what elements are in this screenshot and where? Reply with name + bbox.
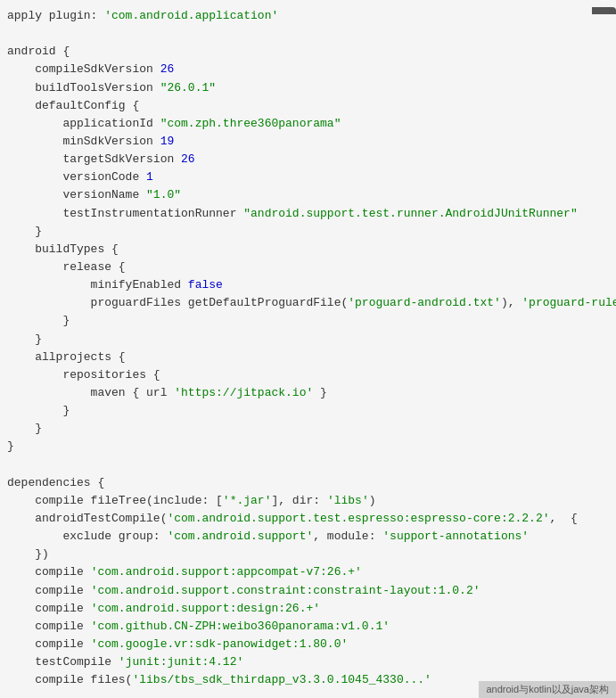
code-line: repositories {	[7, 366, 616, 384]
code-line: release {	[7, 259, 616, 276]
watermark: android与kotlin以及java架构	[479, 681, 616, 698]
code-line: maven { url 'https://jitpack.io' }	[7, 384, 616, 402]
code-line: minifyEnabled false	[7, 276, 616, 294]
code-line: targetSdkVersion 26	[7, 151, 616, 168]
code-line: defaultConfig {	[7, 97, 616, 115]
code-line: compile 'com.android.support:design:26.+…	[7, 600, 616, 618]
code-line: buildTypes {	[7, 241, 616, 259]
code-line: testInstrumentationRunner "android.suppo…	[7, 205, 616, 223]
code-line: compile 'com.android.support:appcompat-v…	[7, 563, 616, 581]
code-line: compile fileTree(include: ['*.jar'], dir…	[7, 492, 616, 510]
code-line: buildToolsVersion "26.0.1"	[7, 79, 616, 97]
code-line: }	[7, 223, 616, 241]
code-line: }	[7, 438, 616, 456]
code-line: applicationId "com.zph.three360panorama"	[7, 115, 616, 133]
code-line: })	[7, 546, 616, 563]
code-line	[7, 456, 616, 474]
code-line: allprojects {	[7, 349, 616, 366]
code-line: versionCode 1	[7, 168, 616, 186]
code-line: androidTestCompile('com.android.support.…	[7, 510, 616, 528]
code-line: minSdkVersion 19	[7, 133, 616, 151]
code-line: exclude group: 'com.android.support', mo…	[7, 528, 616, 546]
code-line: dependencies {	[7, 474, 616, 492]
corner-badge: 收	[592, 7, 616, 14]
code-line: }	[7, 312, 616, 330]
code-line: compile 'com.google.vr:sdk-panowidget:1.…	[7, 636, 616, 653]
code-line: compileSdkVersion 26	[7, 61, 616, 78]
code-line: }	[7, 420, 616, 438]
code-line: testCompile 'junit:junit:4.12'	[7, 653, 616, 671]
code-block: apply plugin: 'com.android.application' …	[7, 7, 616, 689]
code-line: proguardFiles getDefaultProguardFile('pr…	[7, 294, 616, 312]
code-line: }	[7, 402, 616, 420]
code-line: compile 'com.android.support.constraint:…	[7, 582, 616, 600]
code-container: apply plugin: 'com.android.application' …	[0, 0, 616, 698]
code-line: compile 'com.github.CN-ZPH:weibo360panor…	[7, 618, 616, 636]
code-line	[7, 25, 616, 43]
code-line: android {	[7, 43, 616, 61]
code-line: versionName "1.0"	[7, 186, 616, 204]
code-line: }	[7, 331, 616, 349]
code-line: apply plugin: 'com.android.application'	[7, 7, 616, 25]
